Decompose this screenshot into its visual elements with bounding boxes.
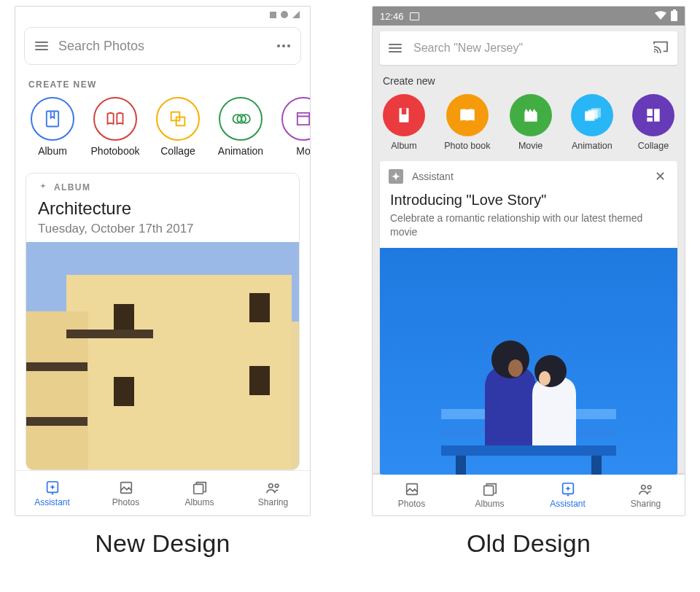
svg-point-33	[648, 486, 651, 489]
animation-icon	[571, 94, 613, 136]
tab-photos[interactable]: Photos	[373, 475, 451, 515]
create-item-label: Movie	[518, 141, 542, 151]
create-movie[interactable]: Mo	[276, 97, 310, 157]
create-item-label: Collage	[638, 141, 669, 151]
search-bar[interactable]: Search "New Jersey"	[380, 31, 677, 65]
photos-icon	[404, 481, 420, 497]
tab-assistant[interactable]: Assistant	[15, 471, 89, 515]
tab-sharing[interactable]: Sharing	[607, 475, 685, 515]
collage-icon	[632, 94, 674, 136]
svg-point-10	[268, 483, 273, 488]
svg-point-28	[539, 371, 551, 386]
search-bar[interactable]: Search Photos	[24, 27, 301, 65]
create-photobook[interactable]: Photo book	[444, 94, 490, 151]
status-time: 12:46	[380, 11, 404, 22]
tab-label: Photos	[398, 499, 425, 509]
photobook-icon	[93, 97, 137, 141]
tab-photos[interactable]: Photos	[89, 471, 163, 515]
old-design-pane: 12:46 Search "New Jersey"	[372, 6, 685, 580]
tab-sharing[interactable]: Sharing	[236, 471, 310, 515]
create-new-row: Album Photobook Collage	[15, 97, 310, 160]
svg-rect-23	[456, 456, 466, 475]
card-title: Introducing "Love Story"	[390, 192, 667, 209]
create-animation[interactable]: Animation	[214, 97, 268, 157]
svg-rect-29	[406, 484, 417, 495]
card-subtitle: Celebrate a romantic relationship with o…	[390, 211, 667, 239]
status-triangle-icon	[292, 11, 300, 18]
search-input[interactable]: Search "New Jersey"	[413, 42, 641, 55]
assistant-card[interactable]: ✦ Assistant ✕ Introducing "Love Story" C…	[380, 161, 677, 475]
create-item-label: Photobook	[91, 145, 140, 157]
collage-icon	[156, 97, 200, 141]
card-header: ✦ Assistant ✕	[380, 161, 677, 192]
create-new-label: CREATE NEW	[28, 79, 297, 90]
tab-label: Albums	[475, 499, 504, 509]
create-animation[interactable]: Animation	[571, 94, 613, 151]
overflow-menu-icon[interactable]	[277, 44, 290, 47]
card-tag-text: ALBUM	[54, 182, 90, 192]
card-tag: ALBUM	[38, 182, 287, 192]
card-title: Architecture	[38, 198, 287, 219]
assistant-badge-icon: ✦	[389, 169, 403, 184]
create-new-row: Album Photo book Movie	[373, 93, 685, 161]
dismiss-button[interactable]: ✕	[652, 168, 669, 184]
create-photobook[interactable]: Photobook	[88, 97, 142, 157]
status-bar	[15, 7, 310, 23]
assistant-icon	[560, 481, 576, 497]
caption-old: Old Design	[467, 529, 591, 558]
new-design-phone: Search Photos CREATE NEW Album	[15, 6, 311, 516]
tab-albums[interactable]: Albums	[451, 475, 529, 515]
sharing-icon	[265, 480, 281, 496]
status-image-icon	[410, 12, 419, 20]
status-bar: 12:46	[373, 7, 685, 26]
svg-rect-9	[193, 484, 203, 494]
battery-icon	[671, 11, 677, 21]
movie-icon	[510, 94, 552, 136]
albums-icon	[192, 480, 208, 496]
svg-rect-19	[654, 109, 660, 121]
create-collage[interactable]: Collage	[632, 94, 674, 151]
create-item-label: Collage	[160, 145, 195, 157]
new-design-pane: Search Photos CREATE NEW Album	[15, 6, 311, 580]
card-date: Tuesday, October 17th 2017	[38, 222, 287, 236]
bottom-nav: Photos Albums Assistant Sharing	[373, 475, 685, 515]
tab-label: Assistant	[550, 499, 586, 509]
create-item-label: Animation	[218, 145, 263, 157]
wifi-icon	[655, 11, 666, 22]
svg-point-27	[534, 355, 567, 387]
albums-icon	[482, 481, 498, 497]
svg-rect-6	[298, 113, 309, 125]
svg-rect-1	[171, 112, 180, 121]
tab-label: Assistant	[34, 497, 70, 507]
create-album[interactable]: Album	[26, 97, 79, 157]
assistant-card[interactable]: ALBUM Architecture Tuesday, October 17th…	[26, 173, 300, 470]
caption-new: New Design	[95, 529, 230, 558]
album-icon	[31, 97, 74, 141]
hamburger-icon[interactable]	[389, 44, 402, 52]
create-item-label: Album	[391, 141, 416, 151]
cast-icon[interactable]	[653, 40, 669, 56]
create-new-label: Create new	[383, 75, 674, 87]
photos-icon	[118, 480, 134, 496]
animation-icon	[219, 97, 262, 141]
search-input[interactable]: Search Photos	[58, 39, 267, 54]
create-album[interactable]: Album	[383, 94, 425, 151]
svg-rect-24	[591, 456, 602, 475]
create-movie[interactable]: Movie	[510, 94, 552, 151]
movie-icon	[281, 97, 310, 141]
card-source: Assistant	[412, 171, 454, 182]
create-item-label: Mo	[296, 145, 310, 157]
create-item-label: Animation	[572, 141, 612, 151]
photobook-icon	[446, 94, 489, 136]
svg-rect-16	[591, 108, 601, 117]
tab-albums[interactable]: Albums	[163, 471, 236, 515]
tab-label: Photos	[112, 497, 139, 507]
svg-point-32	[641, 486, 645, 490]
create-collage[interactable]: Collage	[151, 97, 205, 157]
assistant-icon	[44, 480, 61, 496]
tab-label: Sharing	[631, 499, 661, 509]
create-item-label: Album	[38, 145, 67, 157]
tab-assistant[interactable]: Assistant	[529, 475, 607, 515]
hamburger-icon[interactable]	[35, 42, 48, 50]
svg-rect-8	[120, 482, 131, 493]
